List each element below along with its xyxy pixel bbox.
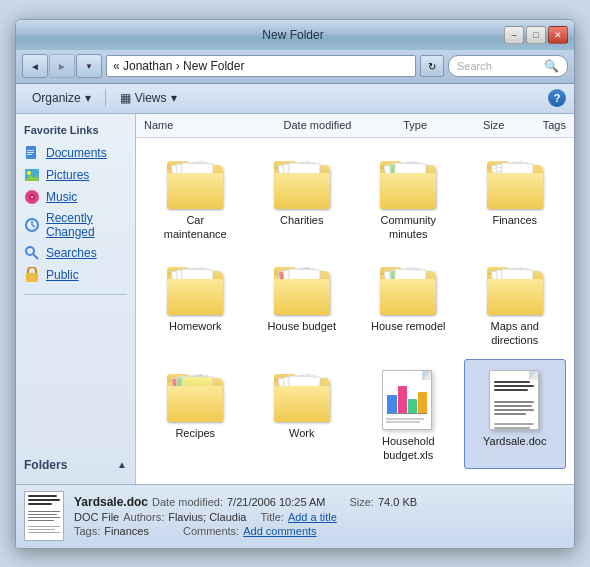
folder-icon: [270, 259, 334, 315]
list-item[interactable]: Community minutes: [357, 146, 460, 249]
svg-rect-15: [26, 273, 38, 282]
address-bar: ◄ ► ▼ « Jonathan › New Folder ↻ Search 🔍: [16, 50, 574, 84]
folder-icon: [163, 366, 227, 422]
list-item[interactable]: Recipes: [144, 359, 247, 470]
file-name: Finances: [492, 213, 537, 227]
address-path[interactable]: « Jonathan › New Folder: [106, 55, 416, 77]
file-name: Community minutes: [368, 213, 448, 242]
list-item[interactable]: Finances: [464, 146, 567, 249]
picture-icon: [24, 167, 40, 183]
organize-arrow-icon: ▾: [85, 91, 91, 105]
maximize-button[interactable]: □: [526, 26, 546, 44]
status-authors-value: Flavius; Claudia: [168, 511, 246, 523]
title-bar: New Folder – □ ✕: [16, 20, 574, 50]
svg-rect-3: [27, 154, 32, 155]
sidebar-documents-label: Documents: [46, 146, 107, 160]
sidebar-pictures-label: Pictures: [46, 168, 89, 182]
list-item[interactable]: Maps and directions: [464, 252, 567, 355]
col-header-type[interactable]: Type: [403, 119, 483, 131]
col-header-name[interactable]: Name: [144, 119, 284, 131]
xls-icon: [380, 366, 436, 430]
folder-icon: [376, 259, 440, 315]
folder-icon: [376, 153, 440, 209]
toolbar: Organize ▾ ▦ Views ▾ ?: [16, 84, 574, 114]
search-box[interactable]: Search 🔍: [448, 55, 568, 77]
folder-icon: [163, 259, 227, 315]
file-name: Maps and directions: [475, 319, 555, 348]
organize-label: Organize: [32, 91, 81, 105]
col-header-size[interactable]: Size: [483, 119, 543, 131]
svg-line-12: [32, 225, 35, 227]
public-icon: [24, 267, 40, 283]
list-item[interactable]: Work: [251, 359, 354, 470]
file-name: House remodel: [371, 319, 446, 333]
svg-point-5: [27, 171, 31, 175]
folder-icon: [270, 366, 334, 422]
list-item[interactable]: House remodel: [357, 252, 460, 355]
status-date-value: 7/21/2006 10:25 AM: [227, 496, 325, 508]
list-item[interactable]: Yardsale.doc: [464, 359, 567, 470]
views-label: Views: [135, 91, 167, 105]
list-item[interactable]: House budget: [251, 252, 354, 355]
organize-button[interactable]: Organize ▾: [24, 87, 99, 109]
sidebar-section-title: Favorite Links: [20, 122, 131, 142]
window-title: New Folder: [262, 28, 323, 42]
music-icon: [24, 189, 40, 205]
sidebar-separator: [24, 294, 127, 295]
file-name: Car maintenance: [155, 213, 235, 242]
close-button[interactable]: ✕: [548, 26, 568, 44]
back-button[interactable]: ◄: [22, 54, 48, 78]
sidebar-item-pictures[interactable]: Pictures: [20, 164, 131, 186]
views-arrow-icon: ▾: [171, 91, 177, 105]
status-authors-label: Authors:: [123, 511, 164, 523]
file-name: Yardsale.doc: [483, 434, 546, 448]
main-window: New Folder – □ ✕ ◄ ► ▼ « Jonathan › New …: [15, 19, 575, 549]
forward-button[interactable]: ►: [49, 54, 75, 78]
minimize-button[interactable]: –: [504, 26, 524, 44]
document-icon: [24, 145, 40, 161]
sidebar-public-label: Public: [46, 268, 79, 282]
sidebar: Favorite Links Documents Pictures Music …: [16, 114, 136, 484]
sidebar-item-searches[interactable]: Searches: [20, 242, 131, 264]
list-item[interactable]: Household budget.xls: [357, 359, 460, 470]
list-item[interactable]: Homework: [144, 252, 247, 355]
status-date-label: Date modified:: [152, 496, 223, 508]
doc-icon: [487, 366, 543, 430]
search-icon: 🔍: [544, 59, 559, 73]
folder-icon: [163, 153, 227, 209]
status-size-label: Size:: [349, 496, 373, 508]
refresh-button[interactable]: ↻: [420, 55, 444, 77]
col-header-tags[interactable]: Tags: [543, 119, 566, 131]
sidebar-item-recently-changed[interactable]: Recently Changed: [20, 208, 131, 242]
file-grid: Car maintenance Charities: [136, 138, 574, 484]
sidebar-item-documents[interactable]: Documents: [20, 142, 131, 164]
status-bar: Yardsale.doc Date modified: 7/21/2006 10…: [16, 484, 574, 548]
svg-point-9: [31, 196, 33, 198]
file-name: Recipes: [175, 426, 215, 440]
sidebar-searches-label: Searches: [46, 246, 97, 260]
col-header-date[interactable]: Date modified: [284, 119, 404, 131]
svg-rect-1: [27, 150, 34, 151]
sidebar-item-public[interactable]: Public: [20, 264, 131, 286]
help-button[interactable]: ?: [548, 89, 566, 107]
status-info: Yardsale.doc Date modified: 7/21/2006 10…: [74, 495, 566, 537]
folders-arrow-icon: ▲: [117, 459, 127, 470]
status-filetype: DOC File: [74, 511, 119, 523]
status-comments-value[interactable]: Add comments: [243, 525, 316, 537]
up-button[interactable]: ▼: [76, 54, 102, 78]
status-tags-value: Finances: [104, 525, 149, 537]
file-area: Name Date modified Type Size Tags: [136, 114, 574, 484]
nav-buttons: ◄ ► ▼: [22, 54, 102, 78]
status-size-value: 74.0 KB: [378, 496, 417, 508]
list-item[interactable]: Charities: [251, 146, 354, 249]
sidebar-item-music[interactable]: Music: [20, 186, 131, 208]
status-thumbnail: [24, 491, 64, 541]
status-comments-label: Comments:: [183, 525, 239, 537]
status-title-value[interactable]: Add a title: [288, 511, 337, 523]
title-bar-controls: – □ ✕: [504, 26, 568, 44]
views-button[interactable]: ▦ Views ▾: [112, 87, 185, 109]
list-item[interactable]: Car maintenance: [144, 146, 247, 249]
file-name: House budget: [268, 319, 337, 333]
svg-point-13: [26, 247, 34, 255]
folders-section[interactable]: Folders ▲: [20, 454, 131, 476]
